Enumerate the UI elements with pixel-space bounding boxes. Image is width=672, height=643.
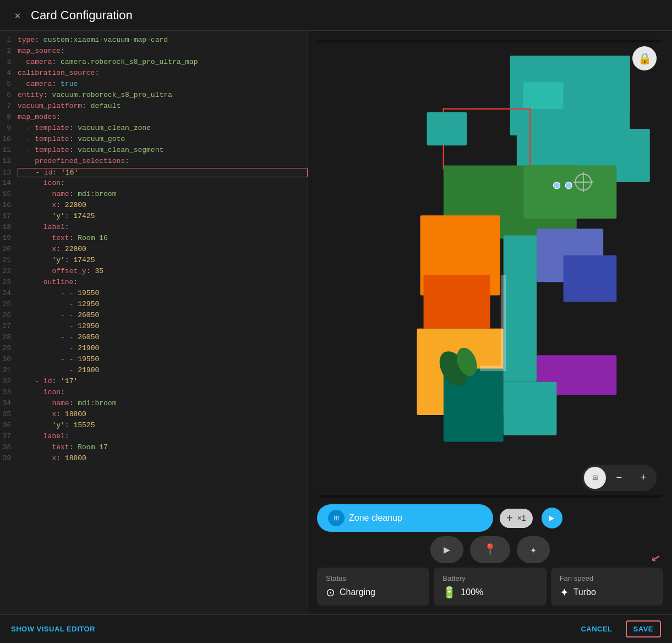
line-content: - template: vacuum_clean_zone: [18, 124, 308, 132]
fan-speed-text: Turbo: [573, 587, 596, 597]
line-number: 36: [0, 421, 18, 429]
bottom-actions: CANCEL SAVE: [574, 620, 661, 637]
cancel-button[interactable]: CANCEL: [574, 622, 619, 636]
play-button[interactable]: ▶: [430, 536, 463, 563]
code-line-31: 31 - 21900: [0, 366, 308, 377]
line-number: 11: [0, 146, 18, 154]
line-number: 29: [0, 344, 18, 352]
fan-button[interactable]: ✦: [517, 536, 550, 563]
line-number: 13: [0, 168, 18, 177]
line-content: 'y': 15525: [18, 421, 308, 429]
code-line-18: 18 label:: [0, 222, 308, 233]
line-number: 12: [0, 157, 18, 165]
line-content: offset_y: 35: [18, 267, 308, 275]
line-content: - - 26050: [18, 311, 308, 319]
code-line-20: 20 x: 22800: [0, 244, 308, 255]
go-button[interactable]: ▶: [542, 508, 562, 528]
code-line-19: 19 text: Room 16: [0, 233, 308, 244]
main-container: 1type: custom:xiaomi-vacuum-map-card2map…: [0, 31, 672, 614]
line-number: 35: [0, 410, 18, 418]
code-line-34: 34 name: mdi:broom: [0, 399, 308, 410]
line-content: name: mdi:broom: [18, 399, 308, 407]
code-editor[interactable]: 1type: custom:xiaomi-vacuum-map-card2map…: [0, 31, 308, 614]
line-number: 22: [0, 267, 18, 275]
svg-rect-6: [427, 112, 467, 145]
line-number: 20: [0, 245, 18, 253]
battery-card: Battery 🔋 100%: [434, 568, 546, 606]
battery-value: 🔋 100%: [442, 586, 537, 599]
fan-speed-icon: ✦: [560, 586, 569, 599]
line-content: text: Room 16: [18, 234, 308, 242]
action-row: ▶ 📍 ✦: [317, 536, 663, 563]
code-line-4: 4calibration_source:: [0, 68, 308, 79]
code-line-9: 9 - template: vacuum_clean_zone: [0, 123, 308, 134]
line-content: calibration_source:: [18, 69, 308, 77]
zoom-in-button[interactable]: +: [632, 467, 654, 489]
lock-button[interactable]: 🔒: [632, 46, 657, 70]
line-number: 18: [0, 223, 18, 231]
code-line-28: 28 - - 26050: [0, 333, 308, 344]
battery-text: 100%: [461, 587, 483, 597]
battery-icon: 🔋: [442, 586, 456, 599]
line-content: label:: [18, 432, 308, 440]
svg-rect-3: [523, 82, 564, 108]
line-content: name: mdi:broom: [18, 190, 308, 198]
controls-bar: ⊞ Zone cleanup + ×1 ▶ ▶ 📍 ✦ Status: [317, 504, 663, 606]
zoom-out-button[interactable]: −: [608, 467, 630, 489]
line-number: 23: [0, 278, 18, 286]
count-value: ×1: [517, 514, 526, 522]
line-number: 27: [0, 322, 18, 330]
status-title: Status: [326, 574, 420, 582]
zone-cleanup-button[interactable]: ⊞ Zone cleanup: [317, 504, 493, 532]
line-content: camera: true: [18, 80, 308, 88]
line-content: x: 22800: [18, 245, 308, 253]
count-controls[interactable]: + ×1: [500, 509, 533, 528]
code-line-6: 6entity: vacuum.roborock_s8_pro_ultra: [0, 90, 308, 101]
code-line-25: 25 - 12950: [0, 299, 308, 310]
line-content: - 12950: [18, 322, 308, 330]
code-line-24: 24 - - 19550: [0, 288, 308, 299]
code-line-30: 30 - - 19550: [0, 355, 308, 366]
code-line-16: 16 x: 22800: [0, 200, 308, 211]
code-line-17: 17 'y': 17425: [0, 211, 308, 222]
line-number: 10: [0, 135, 18, 143]
line-content: - id: '16': [18, 168, 308, 177]
code-line-10: 10 - template: vacuum_goto: [0, 134, 308, 145]
add-count-button[interactable]: +: [506, 512, 513, 525]
pin-button[interactable]: 📍: [470, 536, 510, 563]
line-number: 21: [0, 256, 18, 264]
line-content: - id: '17': [18, 377, 308, 385]
svg-point-22: [565, 182, 572, 189]
fan-speed-value: ✦ Turbo: [560, 586, 654, 599]
line-number: 39: [0, 454, 18, 462]
svg-point-21: [553, 182, 560, 189]
save-button[interactable]: SAVE: [626, 620, 661, 637]
zoom-fit-button[interactable]: ⊡: [584, 467, 606, 489]
code-line-26: 26 - - 26050: [0, 310, 308, 322]
code-line-29: 29 - 21900: [0, 344, 308, 355]
line-content: - - 19550: [18, 289, 308, 297]
line-number: 9: [0, 124, 18, 132]
line-content: x: 18800: [18, 410, 308, 418]
line-content: - - 19550: [18, 355, 308, 363]
status-row: Status ⊙ Charging Battery 🔋 100% Fan spe…: [317, 568, 663, 606]
code-line-21: 21 'y': 17425: [0, 255, 308, 266]
line-number: 26: [0, 311, 18, 319]
line-content: camera: camera.roborock_s8_pro_ultra_map: [18, 58, 308, 66]
code-line-23: 23 outline:: [0, 277, 308, 288]
code-line-2: 2map_source:: [0, 46, 308, 57]
show-visual-editor-button[interactable]: SHOW VISUAL EDITOR: [11, 625, 95, 633]
line-content: - template: vacuum_goto: [18, 135, 308, 143]
line-number: 1: [0, 36, 18, 44]
zone-row: ⊞ Zone cleanup + ×1 ▶: [317, 504, 663, 532]
line-number: 19: [0, 234, 18, 242]
line-number: 34: [0, 399, 18, 407]
bottom-bar: SHOW VISUAL EDITOR CANCEL SAVE: [0, 614, 672, 643]
line-content: icon:: [18, 388, 308, 396]
status-value: ⊙ Charging: [326, 586, 420, 599]
close-button[interactable]: ✕: [11, 9, 24, 22]
code-line-35: 35 x: 18800: [0, 410, 308, 421]
svg-rect-16: [504, 382, 557, 435]
line-number: 25: [0, 300, 18, 308]
line-content: - - 26050: [18, 333, 308, 341]
